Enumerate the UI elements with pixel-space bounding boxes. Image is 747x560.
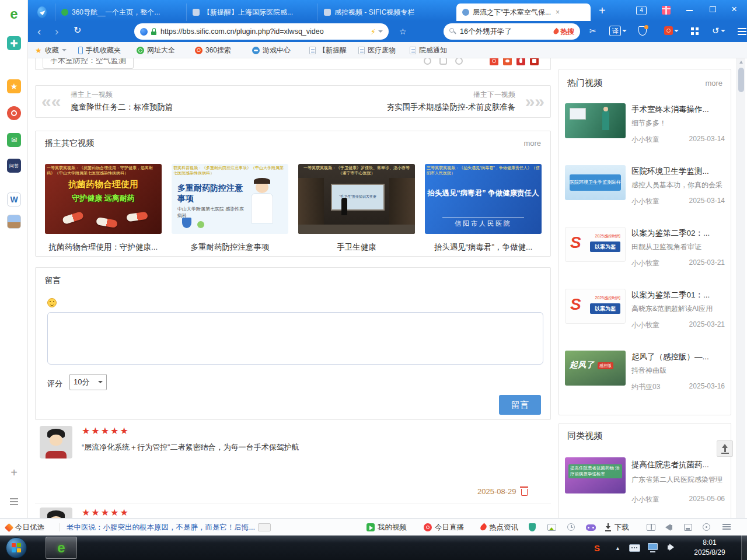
bookmark-mobile-favorites[interactable]: 手机收藏夹 bbox=[78, 42, 121, 58]
bookmark-infection-notice[interactable]: 院感通知 bbox=[410, 42, 447, 58]
fullscreen-icon[interactable] bbox=[684, 524, 692, 531]
next-chevron-icon[interactable]: »» bbox=[525, 93, 544, 110]
video-title[interactable]: 手卫生健康 bbox=[298, 242, 415, 253]
live-link[interactable]: 今日直播 bbox=[424, 519, 464, 536]
bookmark-favorites[interactable]: ★ 收藏 bbox=[35, 42, 67, 58]
qa-icon[interactable]: 问答 bbox=[7, 159, 21, 173]
mute-icon[interactable] bbox=[665, 524, 672, 533]
tray-sogou-icon[interactable]: S bbox=[594, 543, 600, 553]
rating-select[interactable]: 10分 bbox=[69, 374, 107, 390]
bookmark-medical-waste[interactable]: 医疗废物 bbox=[358, 42, 396, 58]
share-wechat-icon[interactable] bbox=[503, 58, 512, 65]
refresh-icon[interactable]: ↻ bbox=[74, 26, 81, 35]
bookmark-new-notice[interactable]: 【新提醒 bbox=[309, 42, 347, 58]
plugin-icon[interactable]: ✚ bbox=[7, 36, 21, 50]
tab-close-icon[interactable]: × bbox=[556, 8, 560, 16]
tab-360nav[interactable]: 360导航__一个主页，整个... bbox=[55, 4, 186, 21]
start-button[interactable] bbox=[6, 537, 27, 558]
like-icon[interactable] bbox=[424, 58, 431, 65]
tray-speaker-icon[interactable] bbox=[668, 544, 674, 552]
address-bar[interactable]: https://bbs.sific.com.cn/plugin.php?id=x… bbox=[134, 23, 389, 40]
video-title[interactable]: 抬头遇见“病毒君”，争做健... bbox=[425, 242, 542, 253]
video-thumbnail[interactable]: 获奖科普视频：《多重耐药防控注意事项》（中山大学附属第七医院感染性疾病科） 多重… bbox=[172, 164, 288, 234]
undo-history-icon[interactable]: ↺ bbox=[712, 26, 725, 36]
more-link[interactable]: more bbox=[523, 139, 541, 148]
taskbar-browser-button[interactable]: e bbox=[46, 537, 77, 559]
prev-chevron-icon[interactable]: «« bbox=[41, 93, 61, 110]
safety-shield-icon[interactable] bbox=[529, 523, 536, 531]
news-headline-link[interactable]: 老中医说：小腹突出的根本原因，不是胖，而是它！后悔... bbox=[67, 519, 271, 536]
close-button[interactable]: × bbox=[731, 4, 737, 15]
tab-active-laminar-flow[interactable]: 层流之下“手术室空气保... × bbox=[456, 4, 591, 21]
minimize-button[interactable] bbox=[686, 10, 693, 11]
video-thumbnail[interactable]: 三等奖获奖视频：《抬头遇见“病毒君”，争做健康责任人》（信阳市人民医院） 抬头遇… bbox=[425, 164, 542, 234]
more-link[interactable]: more bbox=[705, 79, 722, 88]
main-menu-icon[interactable] bbox=[738, 28, 746, 29]
forward-icon[interactable]: › bbox=[55, 26, 58, 37]
gift-icon[interactable] bbox=[662, 6, 671, 15]
bookmark-game-center[interactable]: 游戏中心 bbox=[252, 42, 291, 58]
add-panel-icon[interactable]: + bbox=[7, 466, 21, 480]
photo-icon[interactable] bbox=[7, 215, 21, 229]
word-doc-icon[interactable]: W bbox=[7, 192, 21, 206]
share-qq-icon[interactable] bbox=[516, 58, 525, 65]
daily-picks[interactable]: 今日优选 bbox=[6, 519, 44, 536]
window-split-icon[interactable] bbox=[647, 524, 655, 531]
prev-video-link[interactable]: 播主上一视频 魔童降世任务二：标准预防篇 bbox=[71, 90, 173, 113]
emoji-picker-icon[interactable] bbox=[47, 298, 57, 307]
show-desktop-button[interactable] bbox=[741, 536, 747, 560]
scrollbar-thumb[interactable] bbox=[738, 68, 744, 92]
game-icon[interactable] bbox=[586, 524, 596, 531]
delete-comment-icon[interactable] bbox=[521, 489, 528, 496]
tab-list-count-badge[interactable]: 4 bbox=[636, 6, 647, 15]
page-scrollbar[interactable] bbox=[736, 58, 745, 518]
favorite-page-star-icon[interactable]: ☆ bbox=[399, 27, 407, 36]
back-icon[interactable]: ‹ bbox=[37, 26, 41, 37]
video-tag[interactable]: 手术室防控：空气监测 bbox=[43, 58, 134, 69]
video-title[interactable]: 抗菌药物合理使用：守护健康... bbox=[45, 242, 162, 253]
video-thumbnail[interactable]: 一等奖获奖视频：《抗菌药物合理使用：守护健康，远离耐药》（中山大学附属第七医院感… bbox=[45, 164, 162, 234]
pinned-tab-navigation[interactable] bbox=[32, 4, 53, 21]
volume-icon[interactable] bbox=[703, 523, 710, 531]
tray-input-method-icon[interactable] bbox=[629, 544, 640, 552]
translate-icon[interactable]: 译 bbox=[609, 26, 627, 36]
maximize-button[interactable] bbox=[710, 6, 716, 12]
screenshot-image-icon[interactable] bbox=[547, 524, 556, 531]
tray-monitor-icon[interactable] bbox=[648, 543, 658, 550]
apps-grid-icon[interactable] bbox=[691, 27, 694, 30]
task-list-icon[interactable] bbox=[722, 524, 731, 525]
my-videos-link[interactable]: 我的视频 bbox=[366, 519, 407, 536]
accelerate-icon[interactable]: ⚡ bbox=[371, 27, 376, 36]
search-input[interactable]: 16个外甥开学了 bbox=[460, 27, 554, 37]
favorite-icon[interactable] bbox=[439, 58, 447, 65]
wallet-icon[interactable] bbox=[664, 26, 679, 35]
comment-textarea[interactable] bbox=[47, 312, 543, 365]
hot-search-label[interactable]: 热搜 bbox=[560, 27, 574, 37]
tab-hospital-notice[interactable]: 【新提醒】上海国际医院感... bbox=[186, 4, 317, 21]
bookmark-site-directory[interactable]: 网址大全 bbox=[137, 42, 175, 58]
share-qzone-icon[interactable] bbox=[530, 58, 539, 65]
download-link[interactable]: 下载 bbox=[605, 519, 629, 536]
search-box[interactable]: 16个外甥开学了 热搜 bbox=[444, 23, 580, 40]
bookmark-360-search[interactable]: O 360搜索 bbox=[195, 42, 231, 58]
video-title[interactable]: 多重耐药防控注意事项 bbox=[172, 242, 288, 253]
next-video-link[interactable]: 播主下一视频 夯实围手术期感染防控-术前皮肤准备 bbox=[387, 90, 516, 113]
tray-expand-icon[interactable]: ▲ bbox=[615, 545, 620, 551]
camera-icon[interactable] bbox=[7, 106, 21, 120]
panel-list-icon[interactable] bbox=[7, 495, 21, 509]
address-dropdown-icon[interactable] bbox=[378, 30, 383, 33]
mail-icon[interactable]: ✉ bbox=[7, 133, 21, 147]
tab-sific-videos[interactable]: 感控视频 - SIFIC视频专栏 bbox=[317, 4, 448, 21]
hot-news-link[interactable]: 热点资讯 bbox=[481, 519, 518, 536]
browser-logo-icon[interactable]: e bbox=[7, 7, 21, 21]
scroll-up-icon[interactable] bbox=[739, 61, 743, 64]
reward-icon[interactable] bbox=[455, 58, 463, 65]
submit-comment-button[interactable]: 留言 bbox=[499, 395, 541, 415]
taskbar-clock[interactable]: 8:01 2025/8/29 bbox=[683, 538, 736, 558]
security-shield-icon[interactable] bbox=[638, 26, 647, 36]
screenshot-scissors-icon[interactable]: ✂ bbox=[589, 26, 596, 36]
favorites-star-icon[interactable]: ★ bbox=[7, 79, 21, 93]
clock-icon[interactable] bbox=[567, 523, 575, 531]
back-to-top-button[interactable] bbox=[717, 440, 733, 457]
new-tab-button[interactable]: + bbox=[599, 5, 606, 16]
